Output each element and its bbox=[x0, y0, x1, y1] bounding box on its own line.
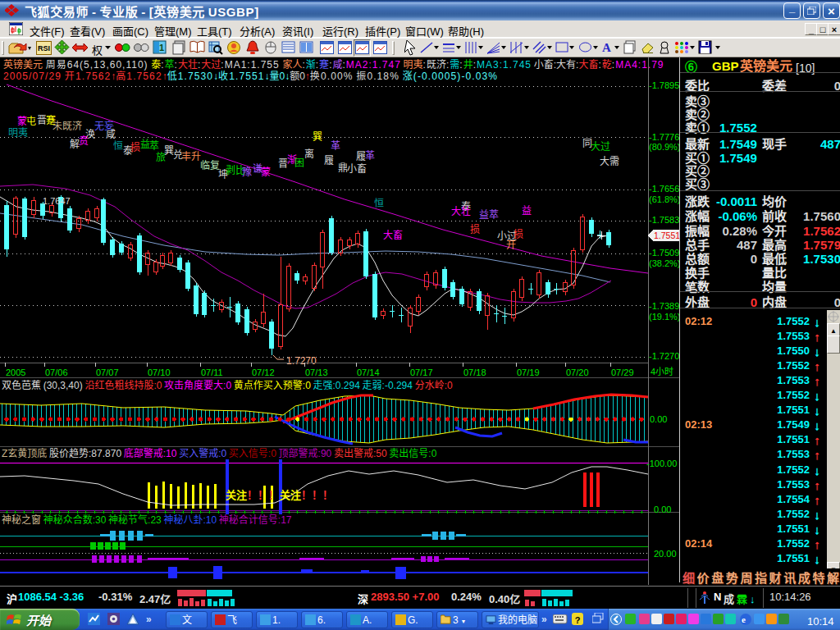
svg-text:RSI: RSI bbox=[38, 43, 50, 53]
svg-text:20.00: 20.00 bbox=[654, 549, 677, 559]
svg-text:神秘之窗 神秘众合数:30 神秘节气:23 神秘八卦:10: 神秘之窗 神秘众合数:30 神秘节气:23 神秘八卦:10 神秘合计信号:17 bbox=[2, 512, 292, 526]
svg-text:(19.1%): (19.1%) bbox=[649, 312, 679, 322]
svg-text:07/07: 07/07 bbox=[96, 368, 119, 377]
svg-text:07/10: 07/10 bbox=[148, 368, 171, 377]
svg-text:开: 开 bbox=[506, 237, 516, 251]
svg-text:1: 1 bbox=[159, 40, 164, 53]
svg-text:旅: 旅 bbox=[156, 149, 166, 163]
svg-text:损: 损 bbox=[470, 221, 480, 235]
svg-text:大壮: 大壮 bbox=[451, 203, 471, 217]
svg-text:大过: 大过 bbox=[591, 139, 610, 153]
svg-text:履: 履 bbox=[324, 153, 334, 167]
svg-text:蒙: 蒙 bbox=[261, 164, 271, 178]
svg-text:1.7551: 1.7551 bbox=[654, 231, 679, 240]
svg-text:07/19: 07/19 bbox=[517, 368, 540, 377]
svg-text:4小时: 4小时 bbox=[651, 364, 673, 377]
svg-text:-1.7895: -1.7895 bbox=[649, 80, 679, 90]
svg-text:丰升: 丰升 bbox=[181, 148, 201, 162]
svg-text:-1.7389: -1.7389 bbox=[649, 301, 679, 311]
svg-text:离: 离 bbox=[304, 146, 314, 160]
svg-text:e: e bbox=[742, 614, 746, 624]
svg-text:-1.7509: -1.7509 bbox=[649, 248, 679, 258]
svg-text:0.00: 0.00 bbox=[654, 504, 671, 514]
svg-text:-1.7270: -1.7270 bbox=[649, 351, 679, 361]
svg-text:07/18: 07/18 bbox=[463, 368, 486, 377]
svg-text:关注！！！: 关注！！！ bbox=[280, 486, 333, 502]
svg-text:07/14: 07/14 bbox=[357, 368, 380, 377]
svg-text:07/17: 07/17 bbox=[410, 368, 433, 377]
svg-text:1.7647: 1.7647 bbox=[43, 194, 71, 207]
svg-text:贲: 贲 bbox=[79, 133, 89, 147]
svg-text:困: 困 bbox=[294, 155, 304, 169]
svg-text:恒: 恒 bbox=[374, 195, 384, 209]
svg-text:07/13: 07/13 bbox=[305, 368, 328, 377]
svg-text:未既济: 未既济 bbox=[52, 118, 82, 132]
svg-text:大需: 大需 bbox=[600, 153, 619, 167]
svg-text:(38.2%): (38.2%) bbox=[649, 258, 679, 268]
svg-text:明夷: 明夷 bbox=[8, 125, 28, 139]
svg-text:益: 益 bbox=[522, 203, 532, 217]
svg-text:大畜: 大畜 bbox=[383, 227, 403, 241]
svg-text:晋: 晋 bbox=[278, 156, 288, 170]
svg-text:07/06: 07/06 bbox=[45, 368, 68, 377]
svg-text:损: 损 bbox=[130, 139, 140, 153]
svg-text:2005: 2005 bbox=[6, 368, 25, 377]
svg-text:-1.7776: -1.7776 bbox=[649, 132, 679, 142]
svg-text:革: 革 bbox=[331, 138, 340, 152]
svg-text:巽: 巽 bbox=[313, 129, 322, 143]
svg-text:(80.9%): (80.9%) bbox=[649, 142, 679, 152]
svg-text:恒: 恒 bbox=[113, 138, 123, 152]
svg-text:关注！！！: 关注！！！ bbox=[226, 486, 279, 502]
svg-text:07/20: 07/20 bbox=[566, 368, 589, 377]
svg-text:革: 革 bbox=[365, 148, 375, 162]
svg-text:双色芭蕉 (30,3,40) 沿红色粗线持股:0 攻击角度要: 双色芭蕉 (30,3,40) 沿红色粗线持股:0 攻击角度要大:0 黄点作买入预… bbox=[2, 377, 453, 391]
svg-text:益萃: 益萃 bbox=[479, 207, 499, 221]
svg-text:(61.8%): (61.8%) bbox=[649, 194, 679, 204]
svg-text:07/11: 07/11 bbox=[201, 368, 223, 377]
svg-text:临复: 临复 bbox=[200, 158, 220, 171]
svg-text:-1.7583: -1.7583 bbox=[649, 215, 679, 225]
svg-text:1.7270: 1.7270 bbox=[286, 353, 317, 367]
svg-text:小畜: 小畜 bbox=[347, 161, 367, 175]
svg-text:Z玄黄顶底 股价趋势:87.870 底部警戒:10 买入警戒: Z玄黄顶底 股价趋势:87.870 底部警戒:10 买入警戒:0 买入信号:0 … bbox=[2, 445, 437, 459]
svg-text:-1.7656: -1.7656 bbox=[649, 184, 679, 194]
svg-text:2005/07/29 开1.7562↑高1.7562↑低1.: 2005/07/29 开1.7562↑高1.7562↑低1.7530↓收1.75… bbox=[3, 68, 498, 82]
svg-text:豫: 豫 bbox=[242, 164, 252, 178]
svg-text:0.00: 0.00 bbox=[650, 414, 667, 424]
svg-text:07/12: 07/12 bbox=[252, 368, 275, 377]
svg-text:07/29: 07/29 bbox=[611, 368, 634, 377]
svg-text:-100.00: -100.00 bbox=[646, 459, 677, 468]
